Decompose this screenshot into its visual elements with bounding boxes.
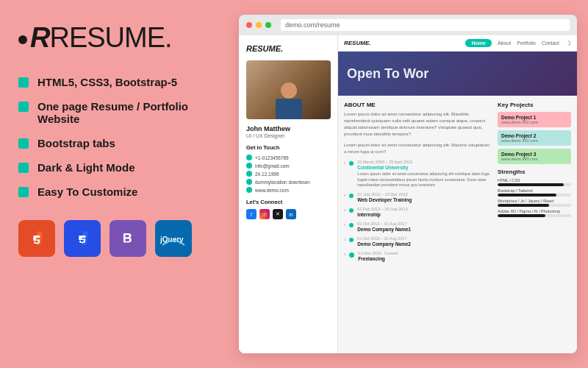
dark-mode-toggle[interactable]: ☽ bbox=[565, 40, 571, 47]
linkedin-icon: in bbox=[286, 209, 296, 219]
timeline-item-5: › 01 Nov 2020 · Current Freelancing bbox=[344, 251, 492, 262]
connect-section: Let's Connect f ◎ ✕ in bbox=[246, 199, 330, 219]
feature-list: HTML5, CSS3, Bootstrap-5 One page Resume… bbox=[18, 76, 217, 198]
instagram-icon: ◎ bbox=[259, 209, 270, 219]
timeline-dates-3: 01 Oct 2013 – 31 Aug 2017 bbox=[357, 222, 411, 226]
feature-item-2: One page Resume / Portfolio Website bbox=[18, 100, 217, 125]
resume-site: RESUME. John Matthew UI / UX Designer Ge… bbox=[239, 35, 577, 353]
contact-title: Get in Touch bbox=[246, 144, 330, 151]
twitter-icon: ✕ bbox=[273, 209, 283, 219]
project-card-2: Demo Project 3 www.demo 943.com bbox=[498, 149, 571, 164]
strength-bar-bg-1 bbox=[498, 194, 571, 197]
bullet-3 bbox=[18, 138, 29, 149]
project-name-1: Demo Project 2 bbox=[501, 133, 567, 138]
strength-item-1: Bootstrap / Tailwind bbox=[498, 188, 571, 197]
nav-about[interactable]: About bbox=[498, 40, 511, 46]
feature-item-1: HTML5, CSS3, Bootstrap-5 bbox=[18, 76, 217, 88]
contact-section: Get in Touch +1-0123456789 info@gmail.co… bbox=[246, 144, 330, 193]
timeline-dot-1 bbox=[349, 194, 354, 198]
browser-chrome: demo.com/resume bbox=[239, 15, 577, 35]
browser-maximize-dot bbox=[265, 22, 271, 28]
nav-portfolio[interactable]: Portfolio bbox=[517, 40, 536, 46]
nav-logo: RESUME. bbox=[344, 40, 370, 46]
logo-r: R bbox=[30, 22, 49, 53]
timeline-dates-4: 01 Oct 2013 – 31 Aug 2017 bbox=[357, 236, 411, 241]
timeline-content-2: 01 Feb 2013 – 26 Sep 2013 Internship bbox=[357, 207, 407, 218]
logo-area: RRESUME. bbox=[18, 22, 217, 54]
timeline-dates-2: 01 Feb 2013 – 26 Sep 2013 bbox=[357, 207, 407, 211]
email-icon bbox=[246, 163, 252, 169]
feature-item-4: Dark & Light Mode bbox=[18, 161, 217, 174]
globe-icon bbox=[246, 187, 252, 193]
timeline-dot-5 bbox=[349, 252, 354, 258]
timeline-dates-5: 01 Nov 2020 · Current bbox=[358, 251, 398, 255]
bullet-1 bbox=[18, 77, 29, 88]
timeline-item-2: › 01 Feb 2013 – 26 Sep 2013 Internship bbox=[344, 207, 492, 218]
feature-item-3: Bootstrap tabs bbox=[18, 137, 217, 149]
timeline-item-1: › 01 July 2012 – 23 Dec 2012 Web Develop… bbox=[344, 192, 492, 203]
strength-bar-fill-1 bbox=[498, 194, 556, 197]
left-panel: RRESUME. HTML5, CSS3, Bootstrap-5 One pa… bbox=[0, 0, 235, 368]
timeline-item-4: › 01 Oct 2013 – 31 Aug 2017 Demo Company… bbox=[344, 236, 492, 247]
profile-role: UI / UX Designer bbox=[246, 133, 330, 138]
strength-label-0: HTML / CSS bbox=[498, 178, 571, 183]
timeline-dot-2 bbox=[349, 208, 354, 213]
timeline-job-4: Demo Company Name2 bbox=[357, 241, 411, 247]
browser-mockup: demo.com/resume RESUME. John Matthew UI … bbox=[239, 15, 577, 353]
resume-main: RESUME. Home About Portfolio Contact ☽ O… bbox=[338, 35, 577, 353]
strength-label-1: Bootstrap / Tailwind bbox=[498, 188, 571, 193]
timeline-arrow-3: › bbox=[344, 222, 345, 227]
browser-close-dot bbox=[246, 22, 252, 28]
contact-location: dummylocation downtown bbox=[246, 179, 330, 185]
timeline-job-3: Demo Company Name1 bbox=[357, 227, 411, 232]
bootstrap-icon bbox=[110, 220, 146, 257]
strength-bar-bg-2 bbox=[498, 204, 571, 207]
contact-email: info@gmail.com bbox=[246, 163, 330, 169]
nav-home[interactable]: Home bbox=[465, 39, 491, 47]
timeline-arrow-1: › bbox=[344, 193, 345, 198]
profile-photo bbox=[246, 60, 331, 119]
project-url-2: www.demo 943.com bbox=[501, 157, 567, 161]
strength-item-2: Wordpress / Js / Jquery / React bbox=[498, 199, 571, 207]
timeline-arrow-5: › bbox=[344, 252, 345, 257]
bullet-5 bbox=[18, 187, 29, 197]
resume-site-logo: RESUME. bbox=[246, 44, 330, 53]
bullet-4 bbox=[18, 163, 29, 173]
calendar-icon bbox=[246, 171, 252, 177]
logo: RRESUME. bbox=[30, 22, 172, 54]
timeline-item-3: › 01 Oct 2013 – 31 Aug 2017 Demo Company… bbox=[344, 222, 492, 233]
strengths-title: Strengths bbox=[498, 169, 571, 175]
strength-label-2: Wordpress / Js / Jquery / React bbox=[498, 199, 571, 203]
nav-contact[interactable]: Contact bbox=[542, 40, 559, 46]
timeline-dates-0: 31 March 2009 – 25 April 2012 bbox=[357, 160, 492, 164]
timeline-content-3: 01 Oct 2013 – 31 Aug 2017 Demo Company N… bbox=[357, 222, 411, 233]
tech-icons: jQuery bbox=[18, 220, 217, 257]
strength-item-0: HTML / CSS bbox=[498, 178, 571, 186]
browser-url-bar: demo.com/resume bbox=[281, 19, 570, 31]
social-icons: f ◎ ✕ in bbox=[246, 209, 330, 219]
timeline-content-0: 31 March 2009 – 25 April 2012 Continenta… bbox=[357, 160, 492, 188]
resume-navbar: RESUME. Home About Portfolio Contact ☽ bbox=[338, 35, 577, 52]
phone-icon bbox=[246, 155, 252, 160]
bullet-2 bbox=[18, 102, 29, 112]
about-text-1: Lorem ipsum dolor sit amet consectetur a… bbox=[344, 111, 492, 138]
profile-name: John Matthew bbox=[246, 125, 330, 132]
strength-label-3: Adobe XD / Figma / AI / Photoshop bbox=[498, 209, 571, 213]
connect-title: Let's Connect bbox=[246, 199, 330, 205]
strength-bar-bg-3 bbox=[498, 214, 571, 217]
timeline-dot-4 bbox=[349, 238, 354, 242]
timeline-dot-0 bbox=[349, 161, 354, 166]
project-name-0: Demo Project 1 bbox=[501, 115, 567, 120]
timeline-job-1: Web Developer Training bbox=[357, 197, 412, 202]
timeline-desc-0: Lorem ipsum dolor sit amet consectetur a… bbox=[357, 171, 492, 188]
feature-item-5: Easy To Customize bbox=[18, 185, 217, 198]
css3-icon bbox=[64, 220, 101, 257]
timeline-title-0: Continental University bbox=[357, 165, 492, 170]
html5-icon bbox=[18, 220, 55, 257]
logo-dot bbox=[18, 35, 27, 44]
jquery-icon: jQuery bbox=[155, 220, 192, 257]
person-head bbox=[281, 82, 297, 99]
resume-sidebar: RESUME. John Matthew UI / UX Designer Ge… bbox=[239, 35, 338, 353]
about-title: ABOUT ME bbox=[344, 102, 492, 108]
person-body bbox=[276, 99, 302, 119]
